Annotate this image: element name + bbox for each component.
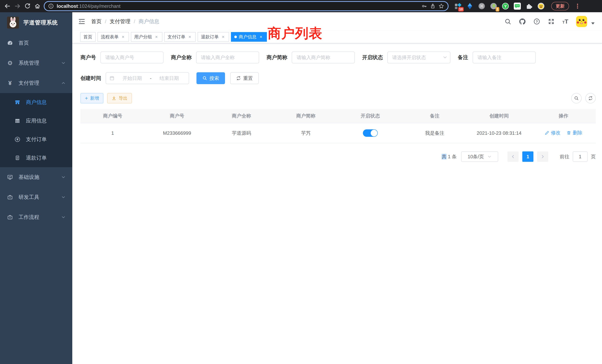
remark-input[interactable]	[473, 52, 536, 63]
header-search-icon[interactable]	[505, 18, 511, 25]
close-icon[interactable]: ×	[187, 34, 192, 40]
col-short-name: 商户简称	[274, 109, 338, 123]
browser-home-icon[interactable]	[34, 2, 41, 10]
site-info-icon[interactable]	[48, 3, 54, 9]
breadcrumb-home[interactable]: 首页	[91, 18, 102, 25]
date-end-placeholder[interactable]: 结束日期	[153, 75, 185, 82]
col-status: 开启状态	[338, 109, 403, 123]
app-logo[interactable]: 芋道管理系统	[0, 12, 72, 33]
create-time-label: 创建时间	[80, 75, 101, 82]
browser-toolbar: localhost:1024/pay/merchant 10 ⌘	[0, 0, 602, 12]
payment-submenu: 商户信息 应用信息 ¥ 支付订单	[0, 93, 72, 167]
delete-link[interactable]: 删除	[566, 129, 582, 136]
pagination-jump: 前往 页	[560, 151, 596, 162]
short-name-input[interactable]	[292, 52, 355, 63]
date-range-picker[interactable]: 开始日期 - 结束日期	[106, 72, 189, 84]
date-start-placeholder[interactable]: 开始日期	[116, 75, 149, 82]
plus-icon: +	[85, 96, 88, 101]
sidebar-item-workflow[interactable]: 工作流程	[0, 207, 72, 227]
extension-badge: 1	[496, 7, 499, 11]
status-toggle[interactable]	[363, 129, 378, 137]
yen-circle-icon: ¥	[14, 136, 21, 142]
svg-text:Y: Y	[504, 4, 507, 9]
browser-menu-icon[interactable]	[574, 2, 581, 10]
fullscreen-icon[interactable]	[548, 18, 555, 25]
tab-pay-orders[interactable]: 支付订单 ×	[164, 32, 196, 42]
browser-update-button[interactable]: 更新	[551, 2, 569, 10]
sidebar-fold-icon[interactable]	[78, 18, 85, 25]
help-icon[interactable]: ?	[533, 18, 540, 25]
prev-page-button[interactable]	[507, 151, 519, 162]
col-actions: 操作	[531, 109, 596, 123]
page-number-1[interactable]: 1	[522, 151, 533, 162]
page-size-select[interactable]: 10条/页	[461, 151, 498, 162]
add-button[interactable]: + 新增	[80, 93, 103, 103]
bookmark-star-icon[interactable]	[439, 3, 444, 9]
tab-home[interactable]: 首页	[80, 32, 96, 42]
password-key-icon[interactable]	[421, 3, 427, 9]
edit-link[interactable]: 修改	[545, 129, 560, 136]
avatar-caret-icon[interactable]	[591, 22, 595, 24]
extension-blocks-icon[interactable]: 10	[454, 2, 462, 10]
table-row: 1 M233666999 芋道源码 芋艿 我是备注 2021-10-23 08:…	[80, 123, 596, 143]
sidebar-item-infrastructure[interactable]: 基础设施	[0, 167, 72, 187]
goto-page-input[interactable]	[573, 151, 588, 162]
tab-user-group[interactable]: 用户分组 ×	[131, 32, 162, 42]
cell-merchant-id: 1	[80, 123, 145, 143]
extension-kite-icon[interactable]	[466, 2, 474, 10]
browser-reload-icon[interactable]	[24, 2, 31, 10]
sidebar-item-system[interactable]: ⚙ 系统管理	[0, 53, 72, 73]
refresh-table-button[interactable]	[585, 93, 596, 103]
sidebar-item-dev-tools[interactable]: 研发工具	[0, 187, 72, 207]
svg-text:¥: ¥	[16, 138, 18, 141]
reset-button[interactable]: 重置	[230, 72, 259, 84]
tab-refund-orders[interactable]: 退款订单 ×	[198, 32, 229, 42]
extension-command-icon[interactable]: ⌘	[478, 2, 486, 10]
profile-emoji-icon[interactable]	[537, 2, 545, 10]
document-icon	[14, 155, 21, 161]
tab-process-form[interactable]: 流程表单 ×	[97, 32, 129, 42]
status-select[interactable]	[387, 52, 450, 63]
col-merchant-id: 商户编号	[80, 109, 145, 123]
browser-forward-icon[interactable]	[14, 2, 21, 10]
navbar-actions: ? TT	[505, 16, 596, 27]
sidebar-item-pay-orders[interactable]: ¥ 支付订单	[0, 130, 72, 149]
next-page-button[interactable]	[537, 151, 548, 162]
url-text: localhost:1024/pay/merchant	[57, 3, 419, 9]
extension-y-icon[interactable]: Y	[502, 2, 509, 10]
close-icon[interactable]: ×	[154, 34, 159, 40]
sidebar-item-payment[interactable]: ¥ 支付管理	[0, 73, 72, 93]
chevron-down-icon	[61, 195, 66, 199]
show-search-toggle-button[interactable]	[571, 93, 582, 103]
svg-text:⌘: ⌘	[480, 4, 484, 9]
sidebar-item-merchant-info[interactable]: 商户信息	[0, 93, 72, 112]
github-icon[interactable]	[519, 18, 526, 25]
extension-proxy-icon[interactable]: 1	[490, 2, 497, 10]
user-avatar[interactable]	[576, 16, 587, 27]
search-button[interactable]: 搜索	[196, 72, 225, 84]
share-icon[interactable]	[430, 3, 436, 9]
browser-back-icon[interactable]	[4, 2, 11, 10]
status-label: 开启状态	[362, 54, 383, 61]
sidebar-item-home[interactable]: 首页	[0, 33, 72, 53]
breadcrumb-current: 商户信息	[139, 18, 159, 25]
extensions-area: 10 ⌘ 1 Y	[454, 2, 545, 10]
sidebar-item-app-info[interactable]: 应用信息	[0, 112, 72, 130]
font-size-icon[interactable]: TT	[562, 18, 568, 25]
breadcrumb-payment[interactable]: 支付管理	[110, 18, 130, 25]
merchant-no-input[interactable]	[100, 52, 163, 63]
browser-address-bar[interactable]: localhost:1024/pay/merchant	[44, 1, 449, 11]
tab-merchant-info[interactable]: 商户信息 ×	[231, 32, 267, 42]
sidebar-item-refund-orders[interactable]: 退款订单	[0, 149, 72, 167]
close-icon[interactable]: ×	[258, 34, 264, 40]
active-dot	[234, 36, 237, 38]
chevron-down-icon	[487, 154, 492, 159]
extensions-puzzle-icon[interactable]	[525, 2, 533, 10]
app-frame: 芋道管理系统 首页 ⚙ 系统管理 ¥ 支付管理	[0, 12, 602, 364]
pagination-total: 共 1 条	[442, 153, 457, 160]
export-button[interactable]: 导出	[107, 93, 132, 103]
close-icon[interactable]: ×	[221, 34, 226, 40]
extension-chat-icon[interactable]	[513, 2, 521, 10]
close-icon[interactable]: ×	[120, 34, 126, 40]
full-name-input[interactable]	[196, 52, 259, 63]
